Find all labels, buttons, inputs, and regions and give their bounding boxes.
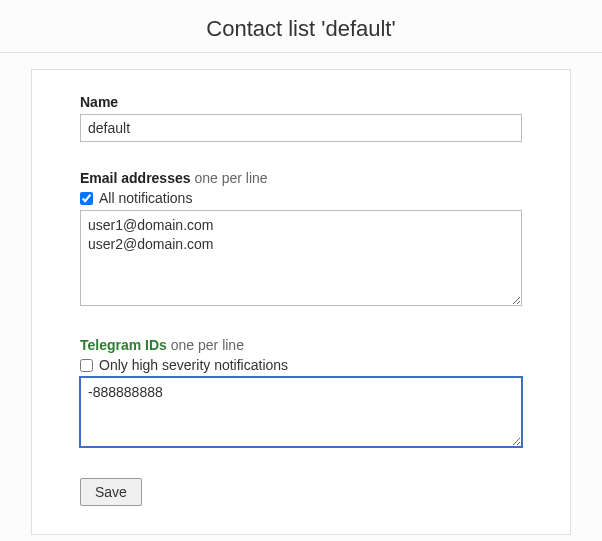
telegram-severity-checkbox[interactable] — [80, 359, 93, 372]
contact-form: Name Email addresses one per line All no… — [31, 69, 571, 535]
name-label: Name — [80, 94, 118, 110]
divider — [0, 52, 602, 53]
save-button[interactable]: Save — [80, 478, 142, 506]
telegram-group: Telegram IDs one per line Only high seve… — [80, 337, 522, 450]
email-checkbox-label: All notifications — [99, 190, 192, 206]
email-textarea[interactable] — [80, 210, 522, 306]
telegram-checkbox-label: Only high severity notifications — [99, 357, 288, 373]
email-label: Email addresses — [80, 170, 191, 186]
telegram-hint: one per line — [171, 337, 244, 353]
email-all-notifications-checkbox[interactable] — [80, 192, 93, 205]
email-hint: one per line — [194, 170, 267, 186]
name-input[interactable] — [80, 114, 522, 142]
telegram-textarea[interactable] — [80, 377, 522, 447]
email-group: Email addresses one per line All notific… — [80, 170, 522, 309]
telegram-label: Telegram IDs — [80, 337, 167, 353]
name-group: Name — [80, 94, 522, 142]
page-title: Contact list 'default' — [0, 0, 602, 52]
